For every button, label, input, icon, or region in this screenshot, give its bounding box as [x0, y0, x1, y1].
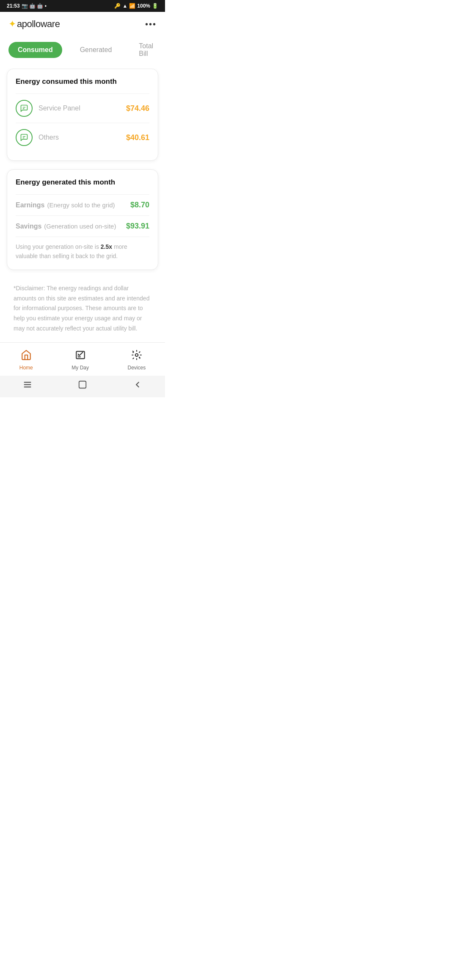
savings-sublabel: (Generation used on-site)	[44, 223, 126, 230]
gen-note-prefix: Using your generation on-site is	[16, 243, 101, 250]
devices-icon	[131, 350, 142, 363]
status-key-icon: 🔑	[114, 3, 121, 9]
gen-note-highlight: 2.5x	[101, 243, 112, 250]
myday-nav-label: My Day	[72, 365, 89, 371]
others-value: $40.61	[126, 133, 149, 142]
generation-note: Using your generation on-site is 2.5x mo…	[16, 237, 149, 261]
app-header: ✦ apolloware •••	[0, 12, 165, 35]
tab-generated[interactable]: Generated	[71, 42, 121, 58]
others-label: Others	[39, 134, 126, 141]
main-content: Energy consumed this month Service Panel…	[0, 69, 165, 342]
earnings-label: Earnings	[16, 201, 44, 209]
home-icon	[21, 350, 32, 363]
status-right: 🔑 ▲ 📶 100% 🔋	[114, 3, 158, 9]
logo-star-icon: ✦	[8, 19, 16, 29]
status-left: 21:53 📷 🤖 🤖 •	[7, 3, 47, 9]
svg-point-7	[135, 354, 138, 357]
service-panel-value: $74.46	[126, 104, 149, 113]
service-panel-icon	[16, 100, 33, 117]
nav-devices[interactable]: Devices	[119, 348, 154, 372]
generated-card-title: Energy generated this month	[16, 178, 149, 187]
generated-card: Energy generated this month Earnings (En…	[7, 169, 158, 270]
consumed-card: Energy consumed this month Service Panel…	[7, 69, 158, 161]
system-nav-bar	[0, 376, 165, 397]
others-row[interactable]: Others $40.61	[16, 123, 149, 152]
service-panel-row[interactable]: Service Panel $74.46	[16, 94, 149, 123]
tab-total-bill[interactable]: Total Bill	[129, 38, 162, 62]
status-battery: 100%	[137, 3, 150, 9]
status-signal-icon: 📶	[129, 3, 135, 9]
service-panel-label: Service Panel	[39, 105, 126, 112]
home-nav-label: Home	[19, 365, 33, 371]
savings-value: $93.91	[126, 222, 149, 231]
status-wifi-icon: ▲	[122, 3, 127, 9]
myday-icon	[75, 350, 86, 363]
consumed-card-title: Energy consumed this month	[16, 77, 149, 86]
savings-row[interactable]: Savings (Generation used on-site) $93.91	[16, 215, 149, 237]
earnings-value: $8.70	[130, 201, 149, 209]
earnings-row[interactable]: Earnings (Energy sold to the grid) $8.70	[16, 194, 149, 215]
menu-dots-button[interactable]: •••	[145, 19, 157, 29]
status-bar: 21:53 📷 🤖 🤖 • 🔑 ▲ 📶 100% 🔋	[0, 0, 165, 12]
svg-rect-11	[79, 381, 86, 388]
status-icons: 📷 🤖 🤖 •	[22, 3, 47, 9]
back-stack-button[interactable]	[23, 380, 32, 391]
earnings-sublabel: (Energy sold to the grid)	[47, 201, 130, 209]
home-button[interactable]	[78, 380, 87, 391]
tab-bar: Consumed Generated Total Bill	[0, 35, 165, 69]
logo-container: ✦ apolloware	[8, 19, 60, 30]
nav-myday[interactable]: My Day	[63, 348, 97, 372]
battery-icon: 🔋	[152, 3, 158, 9]
status-time: 21:53	[7, 3, 20, 9]
others-icon	[16, 129, 33, 146]
devices-nav-label: Devices	[128, 365, 146, 371]
bottom-nav: Home My Day Devices	[0, 343, 165, 376]
tab-consumed[interactable]: Consumed	[8, 42, 62, 58]
nav-home[interactable]: Home	[11, 348, 41, 372]
logo-text: apolloware	[17, 19, 60, 30]
savings-label: Savings	[16, 223, 41, 230]
disclaimer-text: *Disclaimer: The energy readings and dol…	[7, 278, 158, 342]
back-button[interactable]	[133, 380, 142, 391]
